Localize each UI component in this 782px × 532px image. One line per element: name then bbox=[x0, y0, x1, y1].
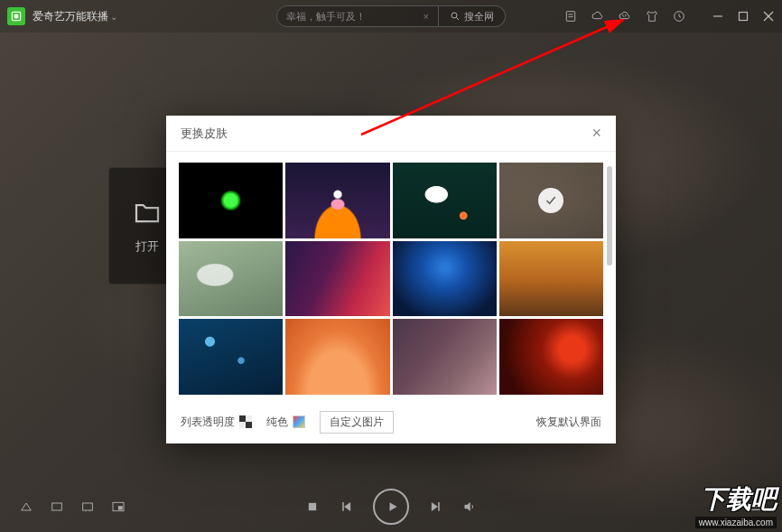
skin-grid bbox=[166, 152, 616, 400]
snapshot-icon[interactable] bbox=[79, 499, 96, 515]
player-bar bbox=[0, 481, 782, 532]
solid-color-picker[interactable]: 纯色 bbox=[266, 415, 305, 430]
skin-thumbnail-selected[interactable] bbox=[499, 163, 603, 238]
svg-rect-16 bbox=[83, 503, 93, 510]
svg-point-2 bbox=[452, 13, 457, 18]
svg-rect-1 bbox=[14, 14, 19, 19]
titlebar: 爱奇艺万能联播 ⌄ 幸福，触手可及！ × 搜全网 bbox=[0, 0, 782, 33]
open-file-icon[interactable] bbox=[18, 499, 34, 515]
svg-rect-19 bbox=[309, 503, 316, 510]
svg-rect-18 bbox=[118, 506, 123, 509]
dialog-title: 更换皮肤 bbox=[181, 126, 228, 142]
maximize-button[interactable] bbox=[737, 10, 749, 23]
search-placeholder: 幸福，触手可及！ bbox=[286, 10, 366, 23]
dialog-close-button[interactable]: × bbox=[591, 124, 601, 143]
app-logo bbox=[7, 7, 25, 25]
watermark: 下载吧 www.xiazaiba.com bbox=[695, 482, 777, 528]
fullscreen-icon[interactable] bbox=[49, 499, 65, 515]
skin-thumbnail[interactable] bbox=[179, 319, 283, 395]
skin-thumbnail[interactable] bbox=[179, 241, 283, 317]
history-icon[interactable] bbox=[672, 9, 686, 23]
next-button[interactable] bbox=[427, 499, 443, 515]
search-input[interactable]: 幸福，触手可及！ × bbox=[276, 5, 439, 27]
opacity-icon bbox=[239, 415, 252, 428]
skin-thumbnail[interactable] bbox=[285, 241, 389, 317]
color-swatch-icon bbox=[293, 415, 305, 428]
skin-thumbnail[interactable] bbox=[499, 319, 603, 395]
pip-icon[interactable] bbox=[110, 499, 126, 515]
skin-thumbnail[interactable] bbox=[285, 319, 389, 395]
transfer-icon[interactable] bbox=[618, 9, 632, 23]
skin-dialog: 更换皮肤 × 列表透明度 纯色 自定义图片 恢复默认界面 bbox=[166, 116, 616, 443]
skin-thumbnail[interactable] bbox=[393, 241, 497, 317]
minimize-button[interactable] bbox=[712, 10, 724, 23]
svg-rect-15 bbox=[52, 503, 62, 510]
skin-thumbnail[interactable] bbox=[393, 163, 497, 238]
volume-icon[interactable] bbox=[461, 499, 478, 515]
selected-check-icon bbox=[538, 188, 563, 213]
cloud-icon[interactable] bbox=[591, 9, 605, 23]
svg-rect-9 bbox=[740, 13, 748, 21]
app-menu-caret[interactable]: ⌄ bbox=[110, 12, 117, 22]
svg-rect-4 bbox=[566, 12, 574, 22]
dialog-footer: 列表透明度 纯色 自定义图片 恢复默认界面 bbox=[166, 400, 616, 443]
opacity-toggle[interactable]: 列表透明度 bbox=[181, 415, 252, 430]
skin-thumbnail[interactable] bbox=[393, 319, 497, 395]
custom-image-button[interactable]: 自定义图片 bbox=[320, 411, 394, 434]
close-button[interactable] bbox=[762, 10, 775, 23]
app-name: 爱奇艺万能联播 bbox=[33, 9, 108, 24]
stop-button[interactable] bbox=[304, 499, 321, 515]
previous-button[interactable] bbox=[339, 499, 355, 515]
clear-search-icon[interactable]: × bbox=[424, 11, 429, 22]
play-button[interactable] bbox=[373, 489, 409, 525]
svg-line-3 bbox=[457, 18, 460, 21]
skin-thumbnail[interactable] bbox=[179, 163, 283, 238]
playlist-icon[interactable] bbox=[563, 9, 578, 23]
dialog-header: 更换皮肤 × bbox=[166, 116, 616, 152]
skin-thumbnail[interactable] bbox=[499, 241, 603, 317]
svg-rect-21 bbox=[438, 502, 439, 510]
search-button[interactable]: 搜全网 bbox=[439, 5, 506, 27]
svg-rect-20 bbox=[342, 502, 343, 510]
scrollbar-thumb[interactable] bbox=[607, 166, 612, 266]
skin-thumbnail[interactable] bbox=[285, 163, 389, 238]
restore-default-link[interactable]: 恢复默认界面 bbox=[536, 415, 601, 430]
skin-icon[interactable] bbox=[645, 9, 659, 23]
